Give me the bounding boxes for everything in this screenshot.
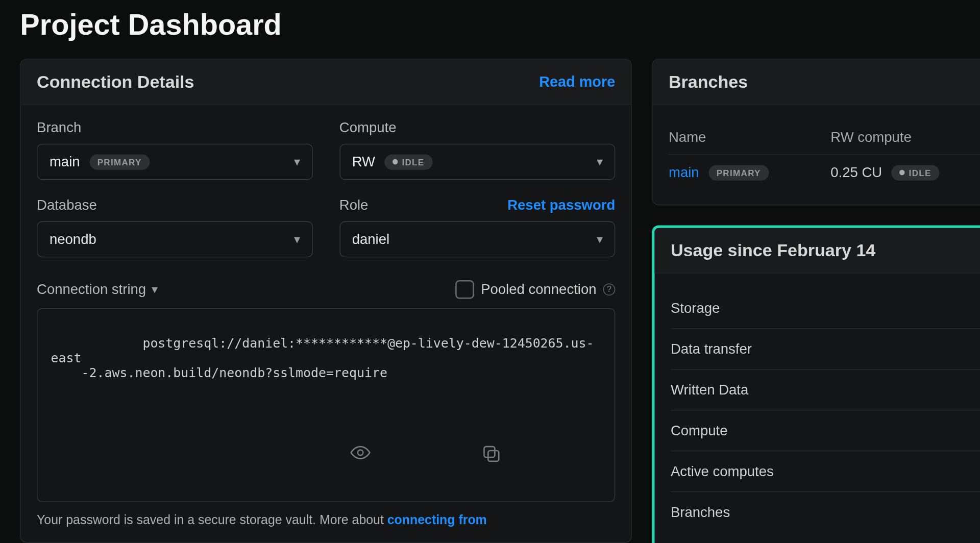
svg-point-0 <box>358 450 363 455</box>
usage-label: Compute <box>671 423 728 438</box>
chevron-down-icon: ▾ <box>152 282 158 297</box>
usage-panel: Usage since February 14 Go to billing St… <box>652 225 980 543</box>
role-select[interactable]: daniel ▾ <box>339 221 615 258</box>
svg-rect-1 <box>484 447 495 457</box>
eye-icon[interactable] <box>350 414 472 493</box>
branch-name-link[interactable]: main <box>669 164 699 180</box>
usage-row: Storage33 MiB <box>671 288 980 329</box>
connection-string-toggle[interactable]: Connection string ▾ <box>37 282 157 298</box>
reset-password-link[interactable]: Reset password <box>507 197 615 213</box>
primary-badge: PRIMARY <box>708 165 769 180</box>
role-label: Role <box>339 197 369 213</box>
database-select[interactable]: neondb ▾ <box>37 221 312 258</box>
compute-label: Compute <box>339 119 397 135</box>
copy-icon[interactable] <box>481 414 604 493</box>
database-select-value: neondb <box>50 231 96 247</box>
pooled-connection-label: Pooled connection <box>481 282 596 298</box>
pooled-connection-checkbox[interactable] <box>455 280 474 299</box>
usage-row: Branches1 <box>671 492 980 532</box>
branches-panel: Branches View all Name RW compute Used s… <box>652 59 980 205</box>
chevron-down-icon: ▾ <box>597 155 603 169</box>
usage-label: Branches <box>671 504 730 520</box>
branch-select-value: main <box>50 154 80 169</box>
branch-select[interactable]: main PRIMARY ▾ <box>37 144 312 180</box>
password-note: Your password is saved in a secure stora… <box>37 513 615 528</box>
branches-panel-title: Branches <box>669 71 748 92</box>
compute-select[interactable]: RW IDLE ▾ <box>339 144 615 180</box>
idle-badge: IDLE <box>384 154 432 169</box>
usage-label: Written Data <box>671 382 748 398</box>
branch-label: Branch <box>37 119 81 135</box>
usage-label: Active computes <box>671 463 774 479</box>
primary-badge: PRIMARY <box>89 154 150 169</box>
connection-details-panel: Connection Details Read more Branch main… <box>20 59 632 542</box>
connection-string-value: postgresql://daniel:************@ep-live… <box>51 336 594 380</box>
role-select-value: daniel <box>352 231 389 247</box>
usage-row: Compute0 h <box>671 410 980 451</box>
usage-label: Data transfer <box>671 341 752 357</box>
table-row: main PRIMARY 0.25 CU IDLE 0% <box>669 155 980 190</box>
usage-label: Storage <box>671 300 720 316</box>
col-name: Name <box>669 129 830 145</box>
database-label: Database <box>37 197 97 213</box>
chevron-down-icon: ▾ <box>597 232 603 247</box>
svg-rect-2 <box>488 451 499 461</box>
col-rw: RW compute <box>830 129 980 145</box>
help-icon[interactable]: ? <box>603 283 616 295</box>
usage-row: Active computes0 <box>671 451 980 492</box>
usage-row: Data transfer0 KiB <box>671 329 980 370</box>
chevron-down-icon: ▾ <box>294 232 300 247</box>
usage-row: Written Data0 KiB <box>671 369 980 410</box>
compute-select-value: RW <box>352 154 375 169</box>
page-title: Project Dashboard <box>20 8 281 41</box>
usage-panel-title: Usage since February 14 <box>671 240 875 261</box>
connection-string-box: postgresql://daniel:************@ep-live… <box>37 308 615 502</box>
cu-value: 0.25 CU <box>830 164 882 180</box>
chevron-down-icon: ▾ <box>294 155 300 169</box>
idle-badge: IDLE <box>892 165 940 180</box>
connection-panel-title: Connection Details <box>37 71 194 92</box>
connecting-from-link[interactable]: connecting from <box>387 513 487 527</box>
read-more-link[interactable]: Read more <box>539 73 615 90</box>
